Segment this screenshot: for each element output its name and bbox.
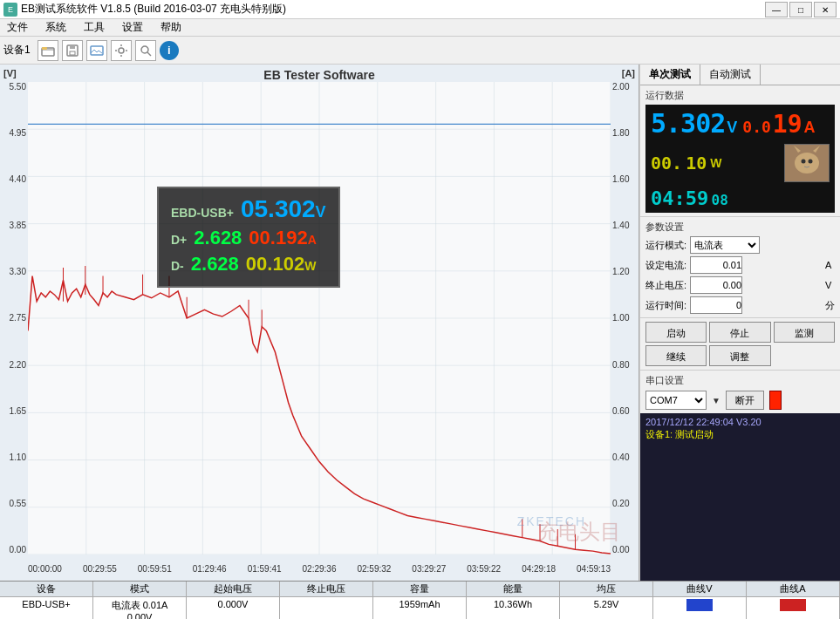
status-cell-curve-v bbox=[653, 597, 747, 619]
overlay-d-minus-label: D- bbox=[171, 259, 184, 273]
x-label-9: 04:29:18 bbox=[522, 564, 556, 574]
wrench-icon bbox=[114, 44, 128, 58]
close-button[interactable]: ✕ bbox=[814, 2, 837, 17]
folder-icon bbox=[41, 44, 55, 58]
status-bar: 设备 模式 起始电压 终止电压 容量 能量 均压 曲线V 曲线A EBD-USB… bbox=[0, 581, 840, 619]
image-button[interactable] bbox=[86, 40, 107, 61]
log-line-1: 2017/12/12 22:49:04 V3.20 bbox=[645, 417, 835, 427]
overlay-power: 00.102W bbox=[246, 253, 317, 275]
status-col-curve-v: 曲线V bbox=[653, 582, 747, 596]
tabs: 单次测试 自动测试 bbox=[640, 65, 840, 85]
voltage-param-label: 终止电压: bbox=[645, 279, 686, 292]
running-data-section: 运行数据 5.302 V 0.0 19 A 00. 10 W bbox=[640, 85, 840, 217]
minimize-button[interactable]: — bbox=[765, 2, 788, 17]
port-select[interactable]: COM7 bbox=[645, 391, 707, 410]
time-param-input[interactable] bbox=[690, 296, 742, 314]
maximize-button[interactable]: □ bbox=[789, 2, 812, 17]
power-prefix: 00. bbox=[651, 153, 682, 173]
x-label-10: 04:59:13 bbox=[577, 564, 611, 574]
svg-rect-1 bbox=[42, 47, 47, 50]
power-time-display: 00. 10 W bbox=[645, 142, 835, 186]
mode-select[interactable]: 电流表 bbox=[690, 236, 760, 254]
watermark2: 充电头目 bbox=[537, 518, 621, 546]
time-main: 04:59 bbox=[651, 187, 708, 209]
menu-settings[interactable]: 设置 bbox=[119, 20, 147, 35]
mode-label: 运行模式: bbox=[645, 239, 686, 252]
power-unit: W bbox=[710, 156, 721, 170]
voltage-param-input[interactable] bbox=[690, 276, 742, 294]
y-right-9: 0.20 bbox=[612, 499, 637, 508]
menu-tools[interactable]: 工具 bbox=[80, 20, 108, 35]
menu-file[interactable]: 文件 bbox=[3, 20, 31, 35]
x-axis: 00:00:00 00:29:55 00:59:51 01:29:46 01:5… bbox=[28, 564, 611, 574]
search-button[interactable] bbox=[135, 40, 156, 61]
chart-svg bbox=[28, 82, 611, 554]
svg-point-46 bbox=[809, 160, 813, 164]
power-val: 10 bbox=[686, 153, 707, 173]
chart-overlay: EBD-USB+ 05.302V D+ 2.628 00.192A D- 2.6… bbox=[157, 187, 340, 288]
current-val: 19 bbox=[773, 110, 802, 139]
adjust-button[interactable]: 调整 bbox=[709, 345, 770, 366]
disconnect-button[interactable]: 断开 bbox=[726, 391, 764, 410]
window-title: EB测试系统软件 V1.8.5 (Build 2016-03-07 充电头特别版… bbox=[21, 2, 286, 17]
overlay-voltage: 05.302V bbox=[241, 195, 326, 223]
status-col-avg-v: 均压 bbox=[560, 582, 653, 596]
y-right-5: 1.00 bbox=[612, 313, 637, 323]
overlay-d-minus-val: 2.628 bbox=[191, 253, 239, 275]
overlay-d-minus-row: D- 2.628 00.102W bbox=[171, 253, 326, 275]
title-bar-controls[interactable]: — □ ✕ bbox=[765, 2, 837, 17]
svg-line-8 bbox=[147, 52, 151, 56]
status-col-capacity: 容量 bbox=[373, 582, 467, 596]
continue-button[interactable]: 继续 bbox=[645, 345, 707, 366]
monitor-button[interactable]: 监测 bbox=[774, 322, 835, 343]
y-right-0: 2.00 bbox=[612, 82, 637, 92]
open-button[interactable] bbox=[38, 40, 58, 61]
tab-auto[interactable]: 自动测试 bbox=[700, 65, 761, 85]
device-label: 设备1 bbox=[3, 43, 31, 58]
menu-system[interactable]: 系统 bbox=[42, 20, 70, 35]
x-label-6: 02:59:32 bbox=[357, 564, 391, 574]
svg-rect-3 bbox=[70, 45, 75, 49]
status-col-energy: 能量 bbox=[467, 582, 560, 596]
x-label-8: 03:59:22 bbox=[467, 564, 501, 574]
unit-v-label: [V] bbox=[3, 68, 17, 78]
status-cell-start-v: 0.000V bbox=[187, 597, 280, 619]
start-button[interactable]: 启动 bbox=[645, 322, 707, 343]
stop-button[interactable]: 停止 bbox=[709, 322, 770, 343]
menu-help[interactable]: 帮助 bbox=[157, 20, 185, 35]
overlay-device-row: EBD-USB+ 05.302V bbox=[171, 195, 326, 223]
current-param-label: 设定电流: bbox=[645, 259, 686, 272]
save-icon bbox=[65, 44, 79, 58]
status-cell-device: EBD-USB+ bbox=[0, 597, 93, 619]
status-col-start-v: 起始电压 bbox=[187, 582, 280, 596]
params-title: 参数设置 bbox=[645, 221, 835, 234]
unit-a-label: [A] bbox=[622, 68, 635, 78]
curve-v-color bbox=[686, 599, 713, 611]
y-left-0: 5.50 bbox=[2, 82, 26, 92]
settings-button[interactable] bbox=[111, 40, 132, 61]
menu-bar: 文件 系统 工具 设置 帮助 bbox=[0, 19, 840, 37]
cat-image bbox=[784, 144, 830, 182]
search-icon bbox=[139, 44, 153, 58]
params-grid: 运行模式: 电流表 设定电流: A 终止电压: V 运行时间: 分 bbox=[645, 236, 835, 314]
y-left-1: 4.95 bbox=[2, 128, 26, 138]
title-bar: E EB测试系统软件 V1.8.5 (Build 2016-03-07 充电头特… bbox=[0, 0, 840, 19]
x-label-1: 00:29:55 bbox=[83, 564, 117, 574]
y-left-2: 4.40 bbox=[2, 174, 26, 184]
y-right-1: 1.80 bbox=[612, 128, 637, 138]
y-right-7: 0.60 bbox=[612, 406, 637, 416]
status-row: EBD-USB+ 电流表 0.01A 0.00V 0.000V 1959mAh … bbox=[0, 597, 840, 619]
info-button[interactable]: i bbox=[160, 41, 179, 60]
svg-rect-4 bbox=[70, 51, 75, 55]
x-label-7: 03:29:27 bbox=[412, 564, 446, 574]
current-param-unit: A bbox=[825, 260, 835, 270]
status-cell-capacity: 1959mAh bbox=[373, 597, 467, 619]
y-left-6: 2.20 bbox=[2, 360, 26, 370]
y-right-10: 0.00 bbox=[612, 545, 637, 554]
save-button[interactable] bbox=[62, 40, 83, 61]
y-right-8: 0.40 bbox=[612, 452, 637, 462]
tab-single[interactable]: 单次测试 bbox=[640, 65, 700, 85]
y-left-9: 0.55 bbox=[2, 499, 26, 508]
time-param-unit: 分 bbox=[825, 299, 835, 312]
current-param-input[interactable] bbox=[690, 256, 742, 274]
